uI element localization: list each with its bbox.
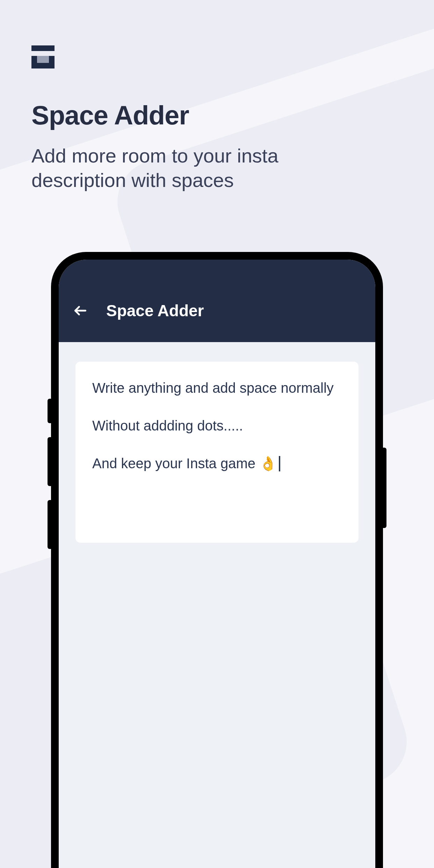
editor-line-text: And keep your Insta game 👌 bbox=[92, 456, 277, 471]
text-cursor-icon bbox=[279, 456, 280, 471]
back-arrow-icon[interactable] bbox=[73, 303, 88, 318]
phone-mockup: Space Adder Write anything and add space… bbox=[51, 252, 383, 868]
editor-line: Write anything and add space normally bbox=[92, 378, 342, 397]
text-editor[interactable]: Write anything and add space normally Wi… bbox=[75, 362, 359, 543]
editor-line: Without addding dots..... bbox=[92, 416, 342, 435]
phone-screen: Space Adder Write anything and add space… bbox=[59, 260, 375, 868]
app-header-title: Space Adder bbox=[106, 301, 204, 320]
app-logo-icon bbox=[31, 45, 55, 68]
page-subtitle: Add more room to your insta description … bbox=[31, 144, 346, 193]
app-body: Write anything and add space normally Wi… bbox=[59, 342, 375, 868]
editor-line: And keep your Insta game 👌 bbox=[92, 454, 342, 473]
app-header: Space Adder bbox=[59, 279, 375, 342]
page-title: Space Adder bbox=[31, 100, 403, 130]
status-bar bbox=[59, 260, 375, 279]
